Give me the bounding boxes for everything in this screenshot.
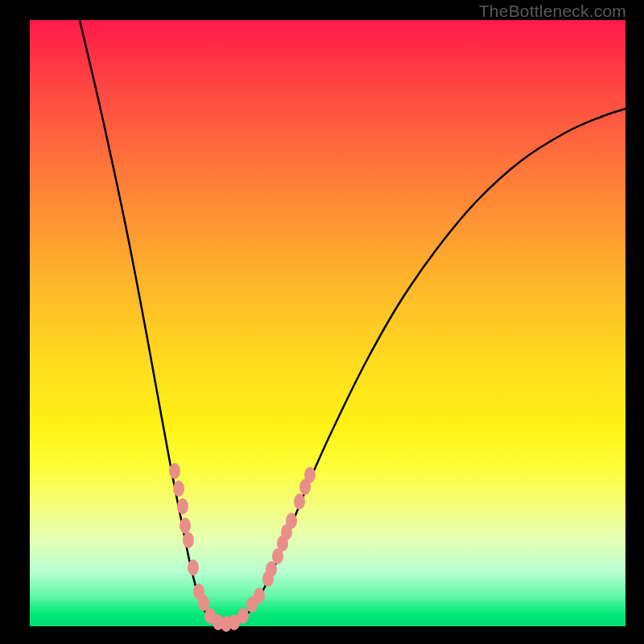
data-marker [294, 493, 305, 510]
plot-area [30, 20, 625, 626]
chart-frame: TheBottleneck.com [0, 0, 644, 644]
data-marker [254, 588, 265, 604]
bottleneck-curve [80, 20, 625, 625]
data-marker [177, 498, 188, 514]
watermark-text: TheBottleneck.com [479, 2, 626, 21]
chart-svg [30, 20, 625, 626]
data-marker [173, 481, 184, 497]
data-marker [183, 532, 194, 548]
data-marker [188, 559, 199, 576]
data-marker [266, 561, 277, 577]
data-marker [286, 513, 297, 529]
data-marker [198, 595, 209, 611]
data-markers [169, 463, 316, 632]
data-marker [237, 608, 249, 624]
data-marker [169, 463, 180, 479]
data-marker [304, 467, 316, 483]
data-marker [180, 518, 191, 534]
